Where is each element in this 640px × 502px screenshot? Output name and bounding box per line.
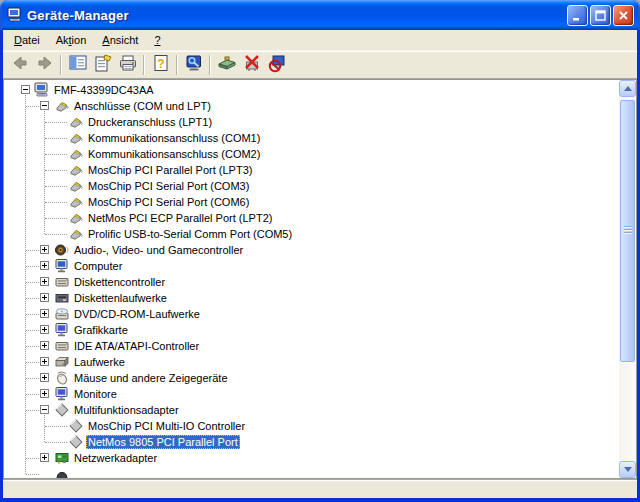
back-arrow-button[interactable]	[7, 53, 32, 77]
tree-row[interactable]: Laufwerke	[4, 354, 619, 370]
tree-connector	[45, 218, 67, 219]
expand-toggle[interactable]	[40, 309, 49, 318]
device-manager-window: Geräte-Manager DateiAktionAnsicht? ? FMF…	[0, 0, 640, 502]
collapse-toggle[interactable]	[21, 85, 30, 94]
tree-connector	[45, 138, 67, 139]
tree-item-label[interactable]: Mäuse und andere Zeigegeräte	[72, 371, 230, 385]
tree-row[interactable]: Druckeranschluss (LPT1)	[4, 114, 619, 130]
tree-item-label[interactable]: Monitore	[72, 387, 119, 401]
tree-item-label[interactable]: Grafikkarte	[72, 323, 130, 337]
tree-row[interactable]: IDE ATA/ATAPI-Controller	[4, 338, 619, 354]
menu-item-ansicht[interactable]: Ansicht	[94, 31, 146, 49]
update-driver-button[interactable]	[214, 53, 239, 77]
tree-item-label[interactable]: MosChip PCI Serial Port (COM3)	[86, 179, 251, 193]
device-tree: FMF-43399DC43AAAnschlüsse (COM und LPT)D…	[4, 80, 619, 478]
tree-item-label[interactable]: Anschlüsse (COM und LPT)	[72, 99, 213, 113]
tree-connector	[26, 330, 39, 331]
expand-toggle[interactable]	[40, 373, 49, 382]
tree-row[interactable]: Audio-, Video- und Gamecontroller	[4, 242, 619, 258]
properties-button[interactable]	[90, 53, 115, 77]
titlebar[interactable]: Geräte-Manager	[0, 0, 640, 30]
expand-toggle[interactable]	[40, 341, 49, 350]
tree-row[interactable]: Prolific USB-to-Serial Comm Port (COM5)	[4, 226, 619, 242]
help-button[interactable]: ?	[148, 53, 173, 77]
tree-item-label[interactable]: Netzwerkadapter	[72, 451, 159, 465]
tree-row[interactable]	[4, 466, 619, 478]
tree-row[interactable]: Kommunikationsanschluss (COM2)	[4, 146, 619, 162]
maximize-button[interactable]	[590, 5, 611, 26]
tree-item-label[interactable]: Diskettenlaufwerke	[72, 291, 169, 305]
tree-connector	[26, 314, 39, 315]
tree-row[interactable]: Multifunktionsadapter	[4, 402, 619, 418]
tree-item-label[interactable]: Prolific USB-to-Serial Comm Port (COM5)	[86, 227, 294, 241]
toolbar-separator	[176, 55, 178, 75]
collapse-toggle[interactable]	[40, 405, 49, 414]
tree-item-label[interactable]: Druckeranschluss (LPT1)	[86, 115, 214, 129]
tree-row[interactable]: Mäuse und andere Zeigegeräte	[4, 370, 619, 386]
tree-row[interactable]: MosChip PCI Parallel Port (LPT3)	[4, 162, 619, 178]
vertical-scrollbar[interactable]	[619, 80, 636, 478]
tree-row[interactable]: Diskettencontroller	[4, 274, 619, 290]
forward-arrow-button[interactable]	[32, 53, 57, 77]
minimize-button[interactable]	[567, 5, 588, 26]
tree-row[interactable]: Monitore	[4, 386, 619, 402]
expand-toggle[interactable]	[40, 453, 49, 462]
tree-item-label[interactable]: DVD/CD-ROM-Laufwerke	[72, 307, 202, 321]
tree-item-label-selected[interactable]: NetMos 9805 PCI Parallel Port	[86, 435, 240, 449]
expand-toggle[interactable]	[40, 277, 49, 286]
tree-row[interactable]: MosChip PCI Serial Port (COM3)	[4, 178, 619, 194]
collapse-toggle[interactable]	[40, 101, 49, 110]
menu-item-aktion[interactable]: Aktion	[48, 31, 95, 49]
properties-icon	[93, 53, 113, 77]
tree-row[interactable]: NetMos 9805 PCI Parallel Port	[4, 434, 619, 450]
expand-toggle[interactable]	[40, 325, 49, 334]
tree-connector	[26, 378, 39, 379]
tree-row[interactable]: Diskettenlaufwerke	[4, 290, 619, 306]
scroll-up-button[interactable]	[619, 80, 636, 97]
tree-item-label[interactable]: Multifunktionsadapter	[72, 403, 181, 417]
print-button[interactable]	[115, 53, 140, 77]
tree-item-label[interactable]: FMF-43399DC43AA	[52, 83, 156, 97]
tree-row[interactable]: Netzwerkadapter	[4, 450, 619, 466]
tree-panel: FMF-43399DC43AAAnschlüsse (COM und LPT)D…	[3, 79, 637, 479]
tree-item-label[interactable]: Audio-, Video- und Gamecontroller	[72, 243, 245, 257]
tree-row[interactable]: Grafikkarte	[4, 322, 619, 338]
expand-toggle[interactable]	[40, 245, 49, 254]
close-button[interactable]	[613, 5, 634, 26]
tree-item-label[interactable]: MosChip PCI Serial Port (COM6)	[86, 195, 251, 209]
tree-item-label[interactable]: Kommunikationsanschluss (COM2)	[86, 147, 262, 161]
expand-toggle[interactable]	[40, 357, 49, 366]
show-hide-console-tree-button[interactable]	[65, 53, 90, 77]
tree-item-label[interactable]: Laufwerke	[72, 355, 127, 369]
tree-item-label[interactable]: IDE ATA/ATAPI-Controller	[72, 339, 201, 353]
tree-connector	[26, 250, 39, 251]
tree-item-label[interactable]: Computer	[72, 259, 124, 273]
tree-row[interactable]: Anschlüsse (COM und LPT)	[4, 98, 619, 114]
tree-item-label[interactable]: MosChip PCI Multi-IO Controller	[86, 419, 247, 433]
menu-item-?[interactable]: ?	[146, 31, 168, 49]
scan-hardware-changes-icon	[184, 53, 204, 77]
tree-connector	[26, 458, 39, 459]
expand-toggle[interactable]	[40, 389, 49, 398]
expand-toggle[interactable]	[40, 261, 49, 270]
scrollbar-thumb[interactable]	[620, 100, 635, 362]
tree-row[interactable]: MosChip PCI Multi-IO Controller	[4, 418, 619, 434]
tree-item-label[interactable]: Diskettencontroller	[72, 275, 167, 289]
tree-item-label[interactable]: MosChip PCI Parallel Port (LPT3)	[86, 163, 254, 177]
scroll-down-button[interactable]	[619, 461, 636, 478]
tree-row[interactable]: DVD/CD-ROM-Laufwerke	[4, 306, 619, 322]
uninstall-device-button[interactable]	[264, 53, 289, 77]
diamond-icon	[54, 402, 70, 418]
tree-row[interactable]: MosChip PCI Serial Port (COM6)	[4, 194, 619, 210]
disable-device-button[interactable]	[239, 53, 264, 77]
tree-row[interactable]: FMF-43399DC43AA	[4, 82, 619, 98]
port-icon	[68, 162, 84, 178]
tree-row[interactable]: Computer	[4, 258, 619, 274]
tree-row[interactable]: Kommunikationsanschluss (COM1)	[4, 130, 619, 146]
tree-row[interactable]: NetMos PCI ECP Parallel Port (LPT2)	[4, 210, 619, 226]
scan-hardware-changes-button[interactable]	[181, 53, 206, 77]
menu-item-datei[interactable]: Datei	[6, 31, 48, 49]
expand-toggle[interactable]	[40, 293, 49, 302]
tree-item-label[interactable]: NetMos PCI ECP Parallel Port (LPT2)	[86, 211, 274, 225]
tree-item-label[interactable]: Kommunikationsanschluss (COM1)	[86, 131, 262, 145]
